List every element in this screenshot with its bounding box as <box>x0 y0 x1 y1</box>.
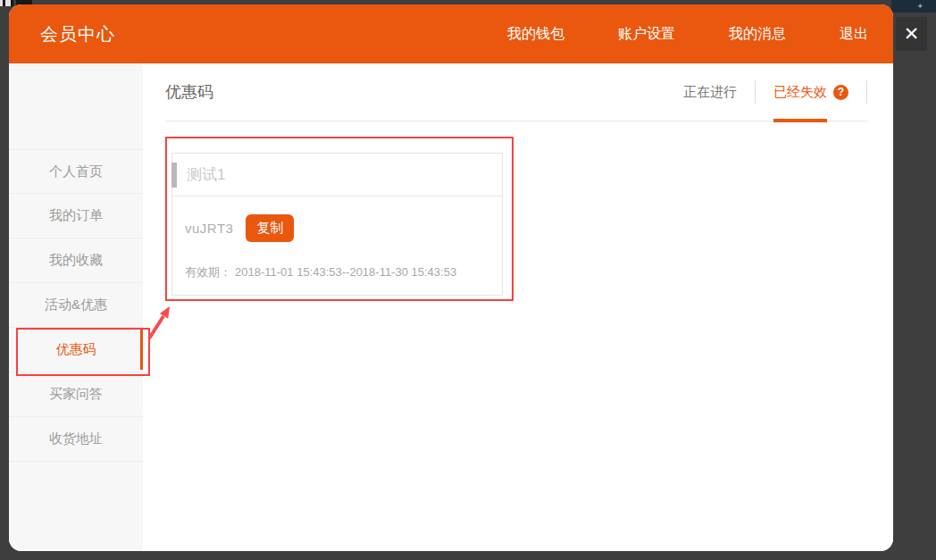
header-nav: 我的钱包 账户设置 我的消息 退出 <box>507 25 868 44</box>
sidebar-item-label: 我的订单 <box>49 207 103 224</box>
page-behind-strip: ✦ <box>891 0 936 13</box>
member-center-modal: 会员中心 我的钱包 账户设置 我的消息 退出 个人首页 我的订单 我的收藏 <box>9 4 893 551</box>
sidebar-item-orders[interactable]: 我的订单 <box>9 194 143 238</box>
sidebar-item-home[interactable]: 个人首页 <box>9 149 143 194</box>
annotation-box-coupon: 测试1 vuJRT3 复制 有效期：2018-11-01 15:43:53--2… <box>165 137 514 301</box>
coupon-validity: 有效期：2018-11-01 15:43:53--2018-11-30 15:4… <box>185 264 489 280</box>
sidebar-item-label: 活动&优惠 <box>45 297 107 313</box>
coupon-card-header: 测试1 <box>172 154 502 196</box>
page-title: 优惠码 <box>165 81 213 103</box>
content-header: 优惠码 正在进行 已经失效 ? <box>165 63 867 121</box>
modal-body: 个人首页 我的订单 我的收藏 活动&优惠 优惠码 买家问答 <box>9 63 893 551</box>
tab-active-coupons[interactable]: 正在进行 <box>665 63 755 121</box>
tab-expired-coupons[interactable]: 已经失效 ? <box>756 63 866 121</box>
sidebar-item-label: 个人首页 <box>49 163 103 180</box>
nav-account-settings[interactable]: 账户设置 <box>618 25 675 44</box>
tabs: 正在进行 已经失效 ? <box>665 63 867 121</box>
sidebar-item-favorites[interactable]: 我的收藏 <box>9 238 143 283</box>
coupon-marker-bar <box>171 163 177 188</box>
coupon-card: 测试1 vuJRT3 复制 有效期：2018-11-01 15:43:53--2… <box>171 153 503 296</box>
sidebar-item-buyer-qa[interactable]: 买家问答 <box>9 372 143 417</box>
coupon-code-row: vuJRT3 复制 <box>185 214 489 242</box>
help-icon[interactable]: ? <box>833 85 848 100</box>
nav-logout[interactable]: 退出 <box>840 25 868 44</box>
content-panel: 优惠码 正在进行 已经失效 ? <box>143 63 893 551</box>
modal-header: 会员中心 我的钱包 账户设置 我的消息 退出 <box>9 4 893 63</box>
modal-title: 会员中心 <box>40 22 115 46</box>
sidebar-item-label: 我的收藏 <box>49 252 103 269</box>
page-edge-artifact <box>0 0 13 6</box>
sidebar-item-shipping-address[interactable]: 收货地址 <box>9 417 143 462</box>
coupon-code: vuJRT3 <box>185 221 233 236</box>
coupon-card-body: vuJRT3 复制 有效期：2018-11-01 15:43:53--2018-… <box>172 196 502 280</box>
nav-my-wallet[interactable]: 我的钱包 <box>507 25 564 44</box>
sidebar-item-label: 收货地址 <box>49 430 103 447</box>
tab-divider <box>866 80 867 104</box>
validity-value: 2018-11-01 15:43:53--2018-11-30 15:43:53 <box>235 265 456 279</box>
validity-label: 有效期： <box>185 265 231 279</box>
tab-label: 正在进行 <box>683 84 737 101</box>
sidebar-item-promotions[interactable]: 活动&优惠 <box>9 283 143 328</box>
sparkle-icon: ✦ <box>916 1 923 12</box>
coupon-name: 测试1 <box>187 164 225 185</box>
sidebar: 个人首页 我的订单 我的收藏 活动&优惠 优惠码 买家问答 <box>9 63 143 551</box>
nav-my-messages[interactable]: 我的消息 <box>729 25 786 44</box>
sidebar-item-label: 买家问答 <box>49 386 103 403</box>
sidebar-item-coupon-code[interactable]: 优惠码 <box>9 328 143 372</box>
close-icon: ✕ <box>904 23 920 45</box>
close-button[interactable]: ✕ <box>896 17 927 51</box>
sidebar-item-label: 优惠码 <box>56 341 96 358</box>
copy-button[interactable]: 复制 <box>246 214 294 242</box>
tab-label: 已经失效 <box>773 84 827 101</box>
